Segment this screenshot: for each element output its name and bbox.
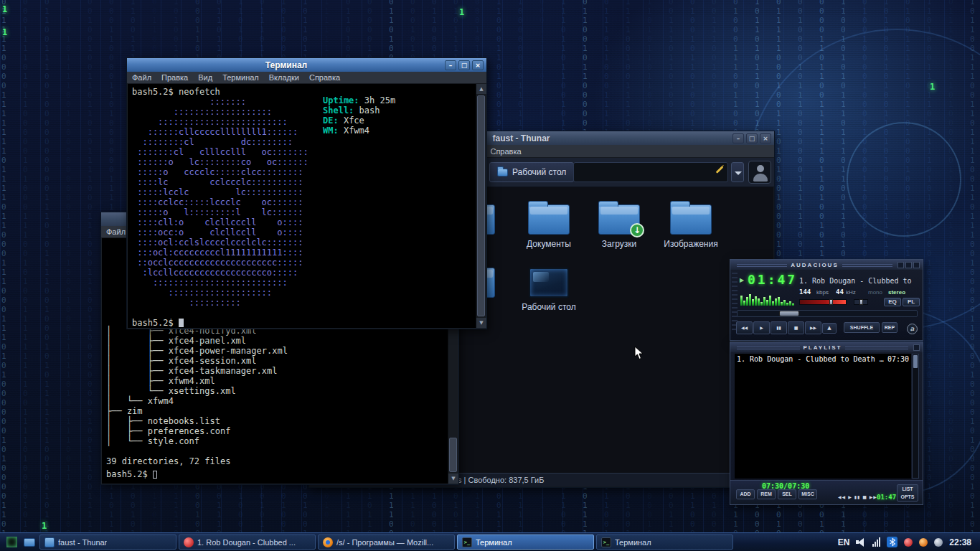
playlist-bottom-bar: 07:30/07:30 ADDREMSELMISC ◀◀ ▶ ▮▮ ■ ▶▶ 0… <box>730 480 923 504</box>
shade-button[interactable] <box>905 262 912 268</box>
taskbar-window-label: Терминал <box>615 538 651 547</box>
menu-item-Файл[interactable]: Файл <box>127 73 156 82</box>
volume-thumb[interactable] <box>829 299 833 305</box>
menu-item-Терминал[interactable]: Терминал <box>217 73 264 82</box>
seek-thumb[interactable] <box>779 311 799 316</box>
scrollbar-thumb[interactable] <box>449 438 457 472</box>
taskbar-window-button[interactable]: >_Терминал <box>457 534 594 550</box>
edit-location-icon[interactable] <box>716 166 724 174</box>
stop-button[interactable]: ■ <box>788 321 804 334</box>
playlist-list[interactable]: 1. Rob Dougan - Clubbed to Death …07:30 <box>735 354 911 479</box>
time-display[interactable]: 01:47 <box>748 273 797 287</box>
song-ticker[interactable]: 1. Rob Dougan - Clubbed to <box>799 277 920 286</box>
file-manager-launcher[interactable] <box>22 534 37 550</box>
eject-button[interactable]: ▲ <box>822 323 837 334</box>
applications-menu-icon <box>6 537 17 547</box>
scrollbar-thumb[interactable] <box>477 95 485 316</box>
playlist-titlebar[interactable]: PLAYLIST <box>730 342 923 352</box>
taskbar-window-button[interactable]: 1. Rob Dougan - Clubbed ... <box>179 534 316 550</box>
user-avatar-icon[interactable] <box>748 161 771 184</box>
menu-item-Справка[interactable]: Справка <box>304 73 345 82</box>
taskbar-window-label: Терминал <box>476 538 512 547</box>
applications-menu-button[interactable] <box>4 534 19 550</box>
wallpaper-digits: 0 0 1 0 0 1 0 0 1 1 0 1 1 0 1 0 1 1 1 1 … <box>88 0 93 538</box>
clock[interactable]: 22:38 <box>949 537 971 547</box>
path-button-desktop[interactable]: Рабочий стол <box>489 162 574 182</box>
minimize-button[interactable]: – <box>732 133 744 143</box>
scrollbar-thumb[interactable] <box>913 355 918 368</box>
menu-item-Вкладки[interactable]: Вкладки <box>264 73 304 82</box>
menu-item-Справка[interactable]: Справка <box>485 147 526 156</box>
shuffle-button[interactable]: SHUFFLE <box>844 322 880 333</box>
scroll-up-icon[interactable]: ▲ <box>476 84 486 94</box>
balance-thumb[interactable] <box>859 299 863 305</box>
playlist-window[interactable]: PLAYLIST 1. Rob Dougan - Clubbed to Deat… <box>730 342 923 505</box>
minimize-button[interactable]: – <box>445 60 456 70</box>
scroll-down-icon[interactable]: ▼ <box>476 318 486 328</box>
file-item-Загрузки[interactable]: ↓Загрузки <box>584 199 654 249</box>
file-item-Документы[interactable]: Документы <box>514 199 584 249</box>
neofetch-info-row: DE: Xfce <box>323 116 395 126</box>
rem-button[interactable]: REM <box>757 489 776 499</box>
file-label: Изображения <box>656 239 726 249</box>
term1-menubar: ФайлПравкаВидТерминалВкладкиСправка <box>127 72 486 84</box>
pause-button[interactable]: ▮▮ <box>771 321 787 334</box>
spectrum-visualizer[interactable] <box>740 293 798 306</box>
misc-button[interactable]: MISC <box>798 489 817 499</box>
notification-tray-icon[interactable] <box>919 538 928 547</box>
sel-button[interactable]: SEL <box>778 489 796 499</box>
network-signal-icon[interactable] <box>872 537 880 547</box>
file-label: Документы <box>514 239 584 249</box>
taskbar-window-button[interactable]: >_Терминал <box>596 534 733 550</box>
file-item-Изображения[interactable]: Изображения <box>656 199 726 249</box>
minimize-button[interactable] <box>897 262 904 268</box>
maximize-button[interactable]: □ <box>746 133 758 143</box>
volume-slider[interactable] <box>799 299 847 305</box>
close-button[interactable]: × <box>760 133 771 143</box>
seek-bar[interactable] <box>737 310 918 317</box>
menu-item-Правка[interactable]: Правка <box>156 73 193 82</box>
taskbar-window-button[interactable]: /s/ - Программы — Mozill... <box>318 534 455 550</box>
previous-button[interactable]: ◀◀ <box>736 321 753 334</box>
location-entry[interactable] <box>573 162 728 182</box>
clipboard-tray-icon[interactable] <box>934 538 943 547</box>
playlist-scrollbar[interactable] <box>912 354 919 479</box>
volume-icon[interactable] <box>856 537 866 547</box>
mono-indicator: mono <box>868 289 882 296</box>
audacious-tray-icon[interactable] <box>904 538 913 547</box>
list-options-button[interactable]: LISTOPTS <box>897 484 918 501</box>
close-button[interactable]: × <box>472 60 484 70</box>
terminal1-titlebar[interactable]: Терминал – □ × <box>127 58 486 72</box>
playlist-toggle-button[interactable]: PL <box>903 298 920 306</box>
balance-slider[interactable] <box>854 299 868 305</box>
path-dropdown-button[interactable] <box>731 162 744 182</box>
add-button[interactable]: ADD <box>736 489 755 499</box>
bluetooth-icon[interactable] <box>887 537 897 547</box>
play-button[interactable]: ▶ <box>753 321 770 334</box>
wallpaper-digits: 0 1 1 1 1 1 0 0 0 0 1 1 1 1 1 1 1 0 1 1 … <box>1 0 6 538</box>
menu-item-Вид[interactable]: Вид <box>193 73 217 82</box>
close-button[interactable] <box>913 262 920 268</box>
maximize-button[interactable]: □ <box>458 60 470 70</box>
scroll-down-icon[interactable]: ▼ <box>448 474 458 484</box>
file-item-Рабочий стол[interactable]: Рабочий стол <box>514 262 584 312</box>
terminal1-body[interactable]: bash5.2$ neofetch ::::::: ::::::::::::::… <box>128 84 486 328</box>
terminal1-scrollbar[interactable]: ▲ ▼ <box>476 84 486 328</box>
taskbar-window-button[interactable]: faust - Thunar <box>39 534 176 550</box>
keyboard-layout-indicator[interactable]: EN <box>838 537 850 547</box>
about-button[interactable]: a <box>907 324 918 334</box>
repeat-button[interactable]: REP <box>882 322 897 333</box>
next-button[interactable]: ▶▶ <box>805 321 821 334</box>
equalizer-button[interactable]: EQ <box>884 298 901 306</box>
terminal-window-neofetch[interactable]: Терминал – □ × ФайлПравкаВидТерминалВкла… <box>126 57 487 329</box>
audacious-titlebar[interactable]: AUDACIOUS <box>730 260 923 270</box>
playlist-entry[interactable]: 1. Rob Dougan - Clubbed to Death …07:30 <box>735 354 911 365</box>
close-button[interactable] <box>913 344 920 351</box>
text-cursor <box>153 471 157 479</box>
wallpaper-digits: 0 0 1 0 1 0 1 1 1 1 0 0 1 0 0 0 0 0 0 0 … <box>66 0 71 538</box>
desktop-icon <box>514 262 584 298</box>
neofetch-ascii-logo: ::::::: ::::::::::::::::::: ::::::::::::… <box>132 97 476 308</box>
file-manager-icon <box>24 538 35 547</box>
mini-transport-controls[interactable]: ◀◀ ▶ ▮▮ ■ ▶▶ <box>838 494 877 499</box>
audacious-window[interactable]: AUDACIOUS ▶ 01:47 1. Rob Dougan - Clubbe… <box>730 259 923 341</box>
